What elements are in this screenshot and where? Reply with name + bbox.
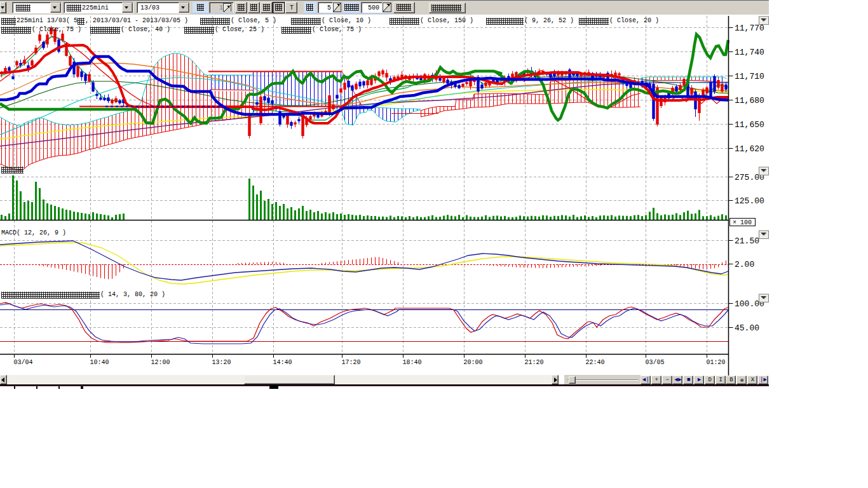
- svg-text:10:40: 10:40: [90, 359, 109, 366]
- svg-text:18:40: 18:40: [403, 359, 422, 366]
- svg-text:03/04: 03/04: [14, 359, 33, 366]
- svg-text:2.00: 2.00: [735, 260, 754, 269]
- svg-text:13:20: 13:20: [212, 359, 231, 366]
- svg-text:17:20: 17:20: [342, 359, 361, 366]
- svg-text:11,770: 11,770: [735, 24, 764, 33]
- svg-text:125.00: 125.00: [735, 196, 764, 206]
- svg-text:22:40: 22:40: [586, 359, 605, 366]
- svg-text:11,620: 11,620: [735, 144, 764, 154]
- svg-text:12:00: 12:00: [151, 359, 170, 366]
- svg-text:45.00: 45.00: [735, 323, 759, 333]
- svg-text:MACD( 12, 26, 9 ): MACD( 12, 26, 9 ): [1, 229, 66, 236]
- svg-text:21.50: 21.50: [735, 236, 759, 246]
- svg-text:11,650: 11,650: [735, 120, 764, 130]
- svg-text:11,710: 11,710: [735, 72, 764, 81]
- svg-text:01:20: 01:20: [707, 359, 726, 366]
- svg-text:21:20: 21:20: [525, 359, 544, 366]
- svg-text:11,740: 11,740: [735, 48, 764, 57]
- svg-text:× 100: × 100: [733, 219, 752, 226]
- svg-text:11,680: 11,680: [735, 96, 764, 105]
- svg-text:03/05: 03/05: [646, 359, 665, 366]
- svg-text:14:40: 14:40: [273, 359, 292, 366]
- svg-text:20:00: 20:00: [464, 359, 483, 366]
